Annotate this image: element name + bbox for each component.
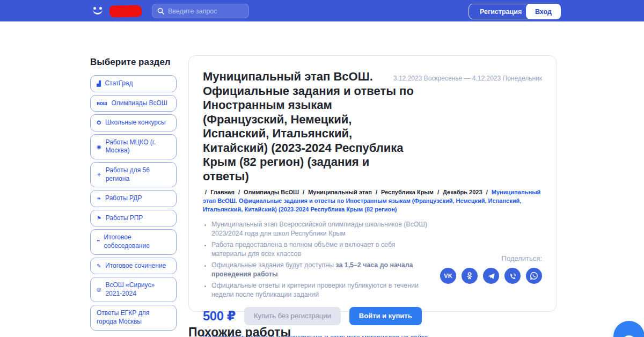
top-navigation-bar: Регистрация Вход [0, 0, 644, 21]
product-title: Муниципальный этап ВсОШ. Официальные зад… [203, 70, 415, 184]
breadcrumb-separator: / [238, 189, 240, 195]
breadcrumb-link[interactable]: Республика Крым [381, 189, 434, 195]
smiley-logo-icon [91, 4, 105, 17]
pencil-icon: ✎ [97, 262, 101, 269]
search-input[interactable] [168, 8, 244, 15]
sidebar-item[interactable]: Ответы ЕГКР для города Москвы [90, 305, 177, 330]
description-item: Работа предоставлена в полном объёме и в… [211, 240, 427, 259]
sidebar-item-label: ВсОШ «Сириус» 2021-2024 [105, 281, 170, 298]
price: 500 ₽ [203, 309, 236, 324]
site-logo[interactable] [91, 4, 141, 17]
purchase-row: 500 ₽ Купить без регистрации Войти и куп… [203, 307, 542, 325]
sidebar-item-label: Работы для 56 региона [106, 166, 170, 183]
share-telegram-icon[interactable] [483, 268, 499, 284]
breadcrumb-separator: / [205, 189, 207, 195]
breadcrumb-link[interactable]: Декабрь 2023 [443, 189, 482, 195]
speech-quote-icon: ❞ [97, 238, 100, 245]
description-item: Официальные ответы и критерии проверки п… [211, 281, 427, 300]
target-icon: ◉ [97, 143, 101, 150]
sidebar-item-label: Олимпиады ВсОШ [112, 99, 167, 108]
product-card: Муниципальный этап ВсОШ. Официальные зад… [188, 55, 557, 312]
sidebar-item[interactable]: ▟ СтатГрад [90, 75, 177, 92]
star-dot-icon: ◎ [97, 286, 101, 293]
breadcrumb-separator: / [486, 189, 488, 195]
sidebar-item[interactable]: ❧ Работы РДР [90, 190, 177, 207]
odnoklassniki-person-icon [465, 272, 474, 280]
sidebar-item-label: Работы РПР [106, 214, 143, 223]
similar-works-title: Похожие работы [188, 325, 291, 337]
section-sidebar: Выберите раздел ▟ СтатГрад вош Олимпиады… [90, 57, 177, 333]
sidebar-item[interactable]: ❞ Итоговое собеседование [90, 229, 177, 254]
product-description-list: Муниципальный этап Всероссийской олимпиа… [211, 220, 427, 300]
event-date-range: 3.12.2023 Воскресенье — 4.12.2023 Понеде… [393, 75, 542, 82]
sidebar-item[interactable]: ✪ Школьные конкурсы [90, 114, 177, 131]
sidebar-item[interactable]: ◎ ВсОШ «Сириус» 2021-2024 [90, 277, 177, 302]
sidebar-item-label: Итоговое сочинение [105, 262, 166, 270]
register-button[interactable]: Регистрация [469, 4, 533, 19]
telegram-plane-icon [487, 272, 495, 280]
breadcrumb-link[interactable]: Муниципальный этап [308, 189, 372, 195]
sidebar-item-label: Работы МЦКО (г. Москва) [105, 138, 170, 155]
breadcrumb: / Главная / Олимпиады ВсОШ / Муниципальн… [203, 188, 551, 214]
emblem-icon: ⚜ [97, 171, 101, 178]
share-label: Поделиться: [440, 254, 542, 262]
breadcrumb-separator: / [303, 189, 304, 195]
sidebar-item[interactable]: ✎ Итоговое сочинение [90, 258, 177, 275]
sidebar-item-label: Школьные конкурсы [105, 119, 166, 127]
sidebar-item[interactable]: ◉ Работы МЦКО (г. Москва) [90, 134, 177, 159]
login-button[interactable]: Вход [526, 4, 561, 19]
medal-icon: ✪ [97, 119, 101, 126]
share-block: Поделиться: VK [440, 254, 542, 284]
sidebar-item-label: Работы РДР [105, 194, 142, 203]
viber-phone-icon [509, 272, 517, 280]
breadcrumb-link[interactable]: Главная [210, 189, 235, 195]
sidebar-items: ▟ СтатГрад вош Олимпиады ВсОШ ✪ Школьные… [90, 75, 177, 331]
share-odnoklassniki-icon[interactable] [462, 268, 478, 284]
breadcrumb-separator: / [437, 189, 439, 195]
whatsapp-phone-icon [530, 272, 538, 280]
sidebar-item-label: Итоговое собеседование [104, 233, 170, 250]
bird-icon: ❧ [97, 195, 101, 202]
logo-brand-redacted [109, 5, 141, 17]
sidebar-item[interactable]: ⚜ Работы для 56 региона [90, 162, 177, 187]
share-icons-row: VK [440, 268, 542, 284]
search-icon [157, 8, 164, 14]
sidebar-item-label: Ответы ЕГКР для города Москвы [97, 309, 170, 326]
sidebar-title: Выберите раздел [90, 57, 177, 68]
share-vk-icon[interactable]: VK [440, 268, 456, 284]
vosh-badge-icon: вош [97, 100, 107, 107]
buy-without-registration-button[interactable]: Купить без регистрации [244, 307, 341, 325]
city-chart-icon: ▟ [97, 80, 100, 87]
description-item: Муниципальный этап Всероссийской олимпиа… [211, 220, 427, 239]
sidebar-item-label: СтатГрад [105, 79, 133, 88]
chat-widget-button[interactable] [613, 321, 644, 337]
breadcrumb-link[interactable]: Олимпиады ВсОШ [244, 189, 299, 195]
sidebar-item[interactable]: ⚑ Работы РПР [90, 210, 177, 227]
flag-icon: ⚑ [97, 215, 101, 222]
sidebar-item[interactable]: вош Олимпиады ВсОШ [90, 95, 177, 112]
description-item: Официальные задания будут доступны за 1,… [211, 261, 427, 280]
share-viber-icon[interactable] [504, 268, 521, 284]
breadcrumb-separator: / [376, 189, 377, 195]
search-bar[interactable] [152, 4, 249, 18]
login-and-buy-button[interactable]: Войти и купить [349, 307, 422, 325]
share-whatsapp-icon[interactable] [526, 268, 542, 284]
